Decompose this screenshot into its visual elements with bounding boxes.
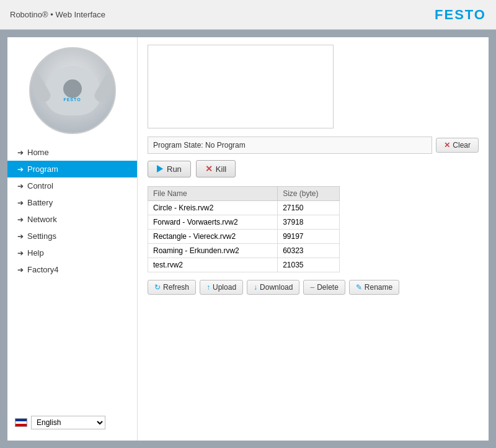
upload-button[interactable]: ↑ Upload xyxy=(200,280,243,295)
sidebar: FESTO ➔ Home ➔ Program ➔ Control ➔ Batte… xyxy=(7,37,138,441)
file-name: Roaming - Erkunden.rvw2 xyxy=(148,244,278,258)
file-size: 27150 xyxy=(278,201,340,215)
main-container: FESTO ➔ Home ➔ Program ➔ Control ➔ Batte… xyxy=(7,37,489,441)
sidebar-item-battery[interactable]: ➔ Battery xyxy=(7,194,137,211)
sidebar-item-factory4-label: Factory4 xyxy=(27,265,59,274)
sidebar-item-home[interactable]: ➔ Home xyxy=(7,144,137,161)
arrow-icon: ➔ xyxy=(17,232,24,241)
robot-body: FESTO xyxy=(45,66,100,115)
download-icon: ↓ xyxy=(254,283,257,292)
col-filename: File Name xyxy=(148,187,278,201)
robot-arm-left xyxy=(29,71,53,104)
file-size: 21035 xyxy=(278,258,340,272)
sidebar-item-factory4[interactable]: ➔ Factory4 xyxy=(7,261,137,278)
table-row[interactable]: test.rvw2 21035 xyxy=(148,258,340,272)
festo-logo: FESTO xyxy=(435,7,486,23)
sidebar-item-program-label: Program xyxy=(27,164,58,174)
file-name: test.rvw2 xyxy=(148,258,278,272)
col-size: Size (byte) xyxy=(278,187,340,201)
kill-icon: ✕ xyxy=(205,164,213,174)
sidebar-item-control-label: Control xyxy=(27,181,53,190)
robot-center xyxy=(63,79,82,98)
program-output[interactable] xyxy=(148,45,334,128)
sidebar-item-network-label: Network xyxy=(27,215,57,224)
refresh-button[interactable]: ↻ Refresh xyxy=(148,280,196,295)
file-size: 37918 xyxy=(278,215,340,230)
sidebar-item-battery-label: Battery xyxy=(27,198,53,207)
sidebar-item-settings-label: Settings xyxy=(27,231,56,241)
delete-icon: – xyxy=(310,283,314,292)
rename-button[interactable]: ✎ Rename xyxy=(349,280,399,295)
run-button[interactable]: Run xyxy=(148,161,191,177)
main-content: Program State: No Program ✕ Clear Run ✕ … xyxy=(138,37,489,441)
file-size: 60323 xyxy=(278,244,340,258)
sidebar-item-program[interactable]: ➔ Program xyxy=(7,161,137,177)
nav-menu: ➔ Home ➔ Program ➔ Control ➔ Battery ➔ N… xyxy=(7,141,137,280)
arrow-icon: ➔ xyxy=(17,165,24,174)
app-title: Robotino® • Web Interface xyxy=(10,10,105,19)
sidebar-item-help-label: Help xyxy=(27,248,44,258)
arrow-icon: ➔ xyxy=(17,148,24,157)
file-name: Rectangle - Viereck.rvw2 xyxy=(148,230,278,244)
language-selector: English xyxy=(7,411,137,434)
clear-button[interactable]: ✕ Clear xyxy=(436,138,479,153)
arrow-icon: ➔ xyxy=(17,182,24,190)
robot-festo-label: FESTO xyxy=(63,97,81,102)
delete-button[interactable]: – Delete xyxy=(303,280,345,295)
x-icon: ✕ xyxy=(444,141,450,150)
file-name: Circle - Kreis.rvw2 xyxy=(148,201,278,215)
arrow-icon: ➔ xyxy=(17,215,24,224)
run-kill-row: Run ✕ Kill xyxy=(148,160,479,177)
program-state-label: Program State: No Program xyxy=(148,137,432,154)
robot-image: FESTO xyxy=(29,47,116,134)
rename-icon: ✎ xyxy=(356,283,362,292)
program-state-row: Program State: No Program ✕ Clear xyxy=(148,137,479,154)
download-button[interactable]: ↓ Download xyxy=(247,280,299,295)
file-size: 99197 xyxy=(278,230,340,244)
table-row[interactable]: Forward - Vorwaerts.rvw2 37918 xyxy=(148,215,340,230)
sidebar-item-home-label: Home xyxy=(27,148,49,157)
file-table: File Name Size (byte) Circle - Kreis.rvw… xyxy=(148,186,340,272)
arrow-icon: ➔ xyxy=(17,199,24,207)
file-name: Forward - Vorwaerts.rvw2 xyxy=(148,215,278,230)
play-icon xyxy=(157,165,163,172)
top-bar: Robotino® • Web Interface FESTO xyxy=(0,0,496,30)
table-row[interactable]: Circle - Kreis.rvw2 27150 xyxy=(148,201,340,215)
sidebar-item-network[interactable]: ➔ Network xyxy=(7,211,137,228)
sidebar-item-help[interactable]: ➔ Help xyxy=(7,244,137,261)
arrow-icon: ➔ xyxy=(17,266,24,274)
table-row[interactable]: Rectangle - Viereck.rvw2 99197 xyxy=(148,230,340,244)
sidebar-item-control[interactable]: ➔ Control xyxy=(7,177,137,194)
kill-button[interactable]: ✕ Kill xyxy=(196,160,236,177)
table-row[interactable]: Roaming - Erkunden.rvw2 60323 xyxy=(148,244,340,258)
flag-icon xyxy=(15,418,27,427)
upload-icon: ↑ xyxy=(206,283,210,292)
refresh-icon: ↻ xyxy=(154,283,161,292)
robot-arm-right xyxy=(92,71,115,104)
language-select[interactable]: English xyxy=(31,416,105,429)
action-row: ↻ Refresh ↑ Upload ↓ Download – Delete ✎… xyxy=(148,280,479,295)
arrow-icon: ➔ xyxy=(17,249,24,258)
sidebar-item-settings[interactable]: ➔ Settings xyxy=(7,228,137,244)
